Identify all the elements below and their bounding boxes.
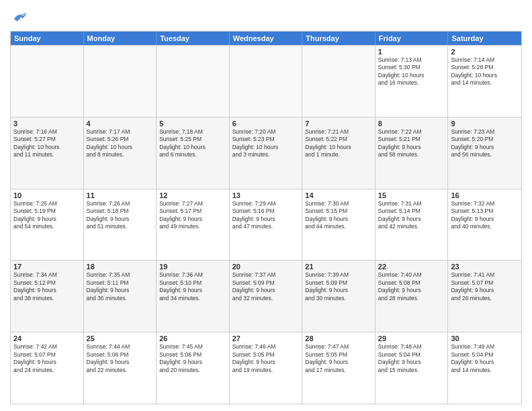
header-day-saturday: Saturday — [448, 32, 521, 45]
day-info: Sunrise: 7:29 AM Sunset: 5:16 PM Dayligh… — [232, 200, 300, 231]
day-info: Sunrise: 7:40 AM Sunset: 5:08 PM Dayligh… — [378, 271, 445, 302]
day-info: Sunrise: 7:22 AM Sunset: 5:21 PM Dayligh… — [378, 128, 445, 159]
week-row-2: 3Sunrise: 7:16 AM Sunset: 5:27 PM Daylig… — [11, 117, 521, 189]
day-number: 28 — [305, 334, 372, 342]
day-cell-2: 2Sunrise: 7:14 AM Sunset: 5:28 PM Daylig… — [448, 46, 521, 117]
day-info: Sunrise: 7:45 AM Sunset: 5:06 PM Dayligh… — [159, 343, 226, 374]
day-number: 13 — [232, 191, 300, 199]
page: SundayMondayTuesdayWednesdayThursdayFrid… — [0, 0, 532, 411]
day-number: 23 — [451, 263, 519, 271]
day-cell-22: 22Sunrise: 7:40 AM Sunset: 5:08 PM Dayli… — [375, 261, 449, 332]
empty-cell — [11, 46, 84, 117]
day-number: 15 — [378, 191, 445, 199]
day-cell-26: 26Sunrise: 7:45 AM Sunset: 5:06 PM Dayli… — [157, 332, 230, 404]
day-cell-25: 25Sunrise: 7:44 AM Sunset: 5:06 PM Dayli… — [84, 332, 157, 404]
day-cell-10: 10Sunrise: 7:25 AM Sunset: 5:19 PM Dayli… — [11, 189, 84, 261]
logo-content — [10, 9, 28, 26]
day-number: 24 — [13, 334, 81, 342]
week-row-1: 1Sunrise: 7:13 AM Sunset: 5:30 PM Daylig… — [11, 45, 521, 117]
day-info: Sunrise: 7:42 AM Sunset: 5:07 PM Dayligh… — [13, 343, 81, 374]
day-cell-6: 6Sunrise: 7:20 AM Sunset: 5:23 PM Daylig… — [230, 118, 303, 189]
header-day-monday: Monday — [84, 32, 157, 45]
day-cell-20: 20Sunrise: 7:37 AM Sunset: 5:09 PM Dayli… — [230, 261, 303, 332]
day-number: 18 — [87, 263, 154, 271]
day-number: 11 — [87, 191, 154, 199]
day-info: Sunrise: 7:41 AM Sunset: 5:07 PM Dayligh… — [451, 271, 519, 302]
day-cell-8: 8Sunrise: 7:22 AM Sunset: 5:21 PM Daylig… — [375, 118, 449, 189]
header-day-sunday: Sunday — [11, 32, 84, 45]
empty-cell — [84, 46, 157, 117]
day-number: 30 — [451, 334, 519, 342]
day-info: Sunrise: 7:30 AM Sunset: 5:15 PM Dayligh… — [305, 200, 372, 231]
day-number: 10 — [13, 191, 81, 199]
day-cell-30: 30Sunrise: 7:49 AM Sunset: 5:04 PM Dayli… — [448, 332, 521, 404]
week-row-4: 17Sunrise: 7:34 AM Sunset: 5:12 PM Dayli… — [11, 260, 521, 332]
header-day-wednesday: Wednesday — [230, 32, 303, 45]
header — [10, 7, 522, 26]
day-number: 5 — [159, 120, 226, 128]
day-cell-11: 11Sunrise: 7:26 AM Sunset: 5:18 PM Dayli… — [84, 189, 157, 261]
empty-cell — [302, 46, 375, 117]
day-cell-27: 27Sunrise: 7:46 AM Sunset: 5:05 PM Dayli… — [230, 332, 303, 404]
day-number: 20 — [232, 263, 300, 271]
day-cell-29: 29Sunrise: 7:48 AM Sunset: 5:04 PM Dayli… — [375, 332, 449, 404]
day-info: Sunrise: 7:31 AM Sunset: 5:14 PM Dayligh… — [378, 200, 445, 231]
day-number: 7 — [305, 120, 372, 128]
header-day-tuesday: Tuesday — [157, 32, 230, 45]
day-cell-23: 23Sunrise: 7:41 AM Sunset: 5:07 PM Dayli… — [448, 261, 521, 332]
day-info: Sunrise: 7:13 AM Sunset: 5:30 PM Dayligh… — [378, 56, 445, 87]
week-row-3: 10Sunrise: 7:25 AM Sunset: 5:19 PM Dayli… — [11, 189, 521, 261]
header-day-friday: Friday — [375, 32, 449, 45]
day-info: Sunrise: 7:23 AM Sunset: 5:20 PM Dayligh… — [451, 128, 519, 159]
day-info: Sunrise: 7:16 AM Sunset: 5:27 PM Dayligh… — [13, 128, 81, 159]
day-cell-13: 13Sunrise: 7:29 AM Sunset: 5:16 PM Dayli… — [230, 189, 303, 261]
day-info: Sunrise: 7:20 AM Sunset: 5:23 PM Dayligh… — [232, 128, 300, 159]
day-info: Sunrise: 7:48 AM Sunset: 5:04 PM Dayligh… — [378, 343, 445, 374]
day-info: Sunrise: 7:36 AM Sunset: 5:10 PM Dayligh… — [159, 271, 226, 302]
day-info: Sunrise: 7:37 AM Sunset: 5:09 PM Dayligh… — [232, 271, 300, 302]
day-number: 4 — [87, 120, 154, 128]
calendar: SundayMondayTuesdayWednesdayThursdayFrid… — [10, 31, 522, 404]
day-info: Sunrise: 7:17 AM Sunset: 5:26 PM Dayligh… — [87, 128, 154, 159]
day-cell-5: 5Sunrise: 7:18 AM Sunset: 5:25 PM Daylig… — [157, 118, 230, 189]
day-info: Sunrise: 7:26 AM Sunset: 5:18 PM Dayligh… — [87, 200, 154, 231]
day-number: 27 — [232, 334, 300, 342]
day-info: Sunrise: 7:39 AM Sunset: 5:09 PM Dayligh… — [305, 271, 372, 302]
logo-bird-icon — [11, 9, 28, 26]
logo — [10, 9, 28, 26]
day-cell-7: 7Sunrise: 7:21 AM Sunset: 5:22 PM Daylig… — [302, 118, 375, 189]
day-number: 26 — [159, 334, 226, 342]
day-info: Sunrise: 7:25 AM Sunset: 5:19 PM Dayligh… — [13, 200, 81, 231]
day-cell-4: 4Sunrise: 7:17 AM Sunset: 5:26 PM Daylig… — [84, 118, 157, 189]
day-number: 25 — [87, 334, 154, 342]
day-number: 17 — [13, 263, 81, 271]
day-info: Sunrise: 7:18 AM Sunset: 5:25 PM Dayligh… — [159, 128, 226, 159]
day-cell-14: 14Sunrise: 7:30 AM Sunset: 5:15 PM Dayli… — [302, 189, 375, 261]
day-cell-21: 21Sunrise: 7:39 AM Sunset: 5:09 PM Dayli… — [302, 261, 375, 332]
day-number: 21 — [305, 263, 372, 271]
day-cell-19: 19Sunrise: 7:36 AM Sunset: 5:10 PM Dayli… — [157, 261, 230, 332]
day-number: 29 — [378, 334, 445, 342]
day-cell-12: 12Sunrise: 7:27 AM Sunset: 5:17 PM Dayli… — [157, 189, 230, 261]
day-cell-1: 1Sunrise: 7:13 AM Sunset: 5:30 PM Daylig… — [375, 46, 449, 117]
day-cell-17: 17Sunrise: 7:34 AM Sunset: 5:12 PM Dayli… — [11, 261, 84, 332]
day-cell-9: 9Sunrise: 7:23 AM Sunset: 5:20 PM Daylig… — [448, 118, 521, 189]
day-info: Sunrise: 7:44 AM Sunset: 5:06 PM Dayligh… — [87, 343, 154, 374]
day-number: 19 — [159, 263, 226, 271]
day-number: 6 — [232, 120, 300, 128]
week-row-5: 24Sunrise: 7:42 AM Sunset: 5:07 PM Dayli… — [11, 332, 521, 404]
day-cell-15: 15Sunrise: 7:31 AM Sunset: 5:14 PM Dayli… — [375, 189, 449, 261]
day-number: 1 — [378, 48, 445, 56]
empty-cell — [230, 46, 303, 117]
day-cell-3: 3Sunrise: 7:16 AM Sunset: 5:27 PM Daylig… — [11, 118, 84, 189]
day-info: Sunrise: 7:21 AM Sunset: 5:22 PM Dayligh… — [305, 128, 372, 159]
calendar-body: 1Sunrise: 7:13 AM Sunset: 5:30 PM Daylig… — [11, 45, 521, 404]
day-info: Sunrise: 7:47 AM Sunset: 5:05 PM Dayligh… — [305, 343, 372, 374]
header-day-thursday: Thursday — [302, 32, 375, 45]
day-number: 2 — [451, 48, 519, 56]
day-info: Sunrise: 7:49 AM Sunset: 5:04 PM Dayligh… — [451, 343, 519, 374]
day-info: Sunrise: 7:46 AM Sunset: 5:05 PM Dayligh… — [232, 343, 300, 374]
day-number: 12 — [159, 191, 226, 199]
day-info: Sunrise: 7:14 AM Sunset: 5:28 PM Dayligh… — [451, 56, 519, 87]
day-cell-16: 16Sunrise: 7:32 AM Sunset: 5:13 PM Dayli… — [448, 189, 521, 261]
